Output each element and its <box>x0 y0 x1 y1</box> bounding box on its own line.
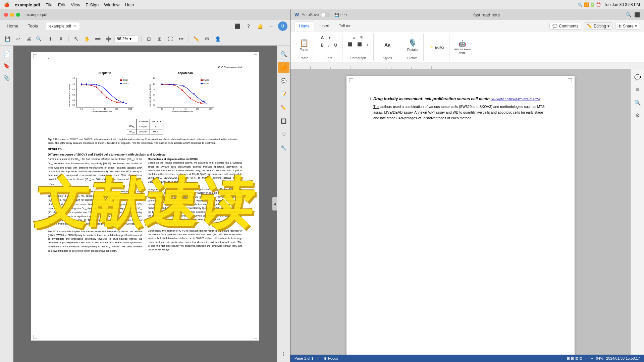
menu-file[interactable]: File <box>46 2 53 7</box>
pdf-scroll-area[interactable]: 2 E.V. Sazonova et al. Cisplatin Normali… <box>13 46 277 362</box>
organize-btn[interactable]: 🔲 <box>278 115 289 127</box>
menu-acrobat[interactable]: example.pdf <box>15 2 40 7</box>
highlight-tool-btn[interactable]: 🟠 <box>278 62 289 73</box>
bold-btn[interactable]: B <box>319 42 326 49</box>
maximize-button[interactable] <box>16 13 20 17</box>
select-tool-btn[interactable]: ↖ <box>71 34 81 44</box>
print-btn[interactable]: 🖨 <box>24 34 34 44</box>
dictate-btn[interactable]: 🎙️ Dictate <box>405 36 421 54</box>
tab-home[interactable]: Home <box>294 21 314 31</box>
paste-btn[interactable]: 📋 Paste <box>296 36 312 54</box>
focus-btn[interactable]: ⊕ Focus <box>322 356 339 361</box>
tab-tell-me[interactable]: Tell me <box>335 21 356 31</box>
word-sidebar-right: 💬 ≡ 🔍 ⚙ <box>631 69 644 355</box>
acrobat-toolbar-btn-apps[interactable]: ⋯ <box>267 21 276 31</box>
share-btn[interactable]: 👤 <box>213 34 222 44</box>
search-icon[interactable]: 🔍 <box>278 48 289 60</box>
collapse-btn[interactable]: ◀ <box>272 197 277 210</box>
fullscreen-btn[interactable]: ⛶ <box>166 34 175 44</box>
thumbnail-btn[interactable]: ⊞ <box>155 34 164 44</box>
svg-point-26 <box>106 90 107 91</box>
bullets-btn[interactable]: ≡ <box>351 34 357 41</box>
word-sidebar-search-icon[interactable]: 🔍 <box>632 97 643 108</box>
zoom-dropdown-icon[interactable]: ▾ <box>129 37 131 41</box>
zoom-in-icon[interactable]: + <box>591 356 593 360</box>
annotation-btn[interactable]: ✏️ <box>192 34 201 44</box>
fit-page-btn[interactable]: ⊡ <box>144 34 154 44</box>
sidebar-bookmark-icon[interactable]: 🔖 <box>1 60 12 71</box>
shield-icon[interactable]: 🛡 <box>278 129 289 140</box>
paste-group-btns: 📋 Paste <box>296 34 312 56</box>
close-button[interactable] <box>4 13 8 17</box>
view-icons: ⊞ ⊟ ⊠ ⊡ <box>567 356 582 361</box>
line-spacing-btn[interactable]: ↕ <box>365 41 371 48</box>
statusbar-left: Page 1 of 1 | ⊕ Focus <box>294 356 339 361</box>
word-doc-area[interactable]: Drug toxicity assessment: cell prolifera… <box>290 69 631 355</box>
prev-page-btn[interactable]: ⬆ <box>46 34 55 44</box>
comments-btn[interactable]: 💬 Comments <box>549 23 581 29</box>
tab-insert[interactable]: Insert <box>315 21 333 31</box>
user-avatar[interactable]: U <box>278 21 287 31</box>
word-page: Drug toxicity assessment: cell prolifera… <box>346 76 575 355</box>
table-cell-ic50-skov3: 7... <box>150 124 163 129</box>
tab-home[interactable]: Home <box>3 22 22 30</box>
tools-btn[interactable]: 🔧 <box>278 142 289 154</box>
align-left-btn[interactable]: ⬛ <box>346 41 355 48</box>
autosave-toggle[interactable] <box>321 12 330 17</box>
svg-text:SKOV3: SKOV3 <box>123 82 128 84</box>
font-name-btn[interactable]: A <box>319 34 326 41</box>
mail-btn[interactable]: ✉ <box>202 34 212 44</box>
gpt-btn[interactable]: 🤖 GPT for Excel Word <box>453 39 472 56</box>
tab-tools[interactable]: Tools <box>24 22 42 30</box>
hand-tool-btn[interactable]: ✋ <box>82 34 92 44</box>
apple-logo-icon[interactable]: 🍎 <box>4 2 9 7</box>
comment-btn[interactable]: 💬 <box>278 75 289 86</box>
editing-btn[interactable]: ✏️ Editing ▾ <box>584 22 612 29</box>
svg-text:1.2: 1.2 <box>72 77 75 79</box>
word-sidebar-comments-icon[interactable]: 💬 <box>632 72 643 82</box>
autosave-control[interactable]: AutoSave <box>302 12 330 17</box>
zoom-out-btn2[interactable]: ➖ <box>93 34 102 44</box>
menu-view[interactable]: View <box>71 2 80 7</box>
word-minimize-icon[interactable]: ⬛ <box>634 12 640 17</box>
fill-sign-btn[interactable]: ✏️ <box>278 102 289 113</box>
menu-edit[interactable]: Edit <box>58 2 65 7</box>
align-center-btn[interactable]: ⬛ <box>355 41 364 48</box>
sidebar-pages-icon[interactable]: 📄 <box>1 48 12 59</box>
svg-text:SW620: SW620 <box>123 79 128 81</box>
zoom-control[interactable]: 86.2% ▾ <box>114 36 139 42</box>
sidebar-annotation-icon[interactable]: 📎 <box>1 72 12 83</box>
expand-panel-icon[interactable]: ⟩ <box>278 348 289 359</box>
menu-esign[interactable]: E-Sign <box>86 2 99 7</box>
undo-btn[interactable]: ↩ <box>13 34 23 44</box>
acrobat-window: example.pdf Home Tools example.pdf ✕ ⬛ ?… <box>0 9 290 362</box>
acrobat-file-title: example.pdf <box>25 12 47 17</box>
acrobat-toolbar-btn-help[interactable]: ? <box>244 21 253 31</box>
menu-help[interactable]: Help <box>125 2 134 7</box>
styles-btn[interactable]: Aa <box>379 36 395 54</box>
zoom-out-btn[interactable]: 🔍- <box>35 34 44 44</box>
next-page-btn[interactable]: ⬇ <box>56 34 66 44</box>
share-btn[interactable]: ⬆ Share ▾ <box>615 23 640 29</box>
editor-btn[interactable]: ✨ Editor <box>427 44 447 50</box>
doc-item-doi[interactable]: doi.org/10.1038/s41420-022-01207-z <box>491 98 540 101</box>
word-sidebar-settings-icon[interactable]: ⚙ <box>632 110 643 121</box>
italic-btn[interactable]: I <box>326 42 331 49</box>
acrobat-toolbar-btn-bell[interactable]: 🔔 <box>255 21 265 31</box>
numbering-btn[interactable]: ① <box>358 34 365 41</box>
zoom-in-btn[interactable]: ➕ <box>104 34 113 44</box>
underline-btn[interactable]: U <box>332 42 339 49</box>
acrobat-toolbar-btn-export[interactable]: ⬛ <box>232 21 242 31</box>
minimize-button[interactable] <box>10 13 14 17</box>
word-search-icon[interactable]: 🔍 <box>626 12 632 17</box>
save-btn[interactable]: 💾 <box>3 34 12 44</box>
cisplatin-chart: Cisplatin Normalized optical density 1.2 <box>68 71 142 115</box>
word-sidebar-nav-icon[interactable]: ≡ <box>632 84 643 95</box>
menu-window[interactable]: Window <box>104 2 119 7</box>
more-tools-btn[interactable]: ••• <box>176 34 186 44</box>
annotate-btn[interactable]: 📝 <box>278 88 289 100</box>
close-doc-tab-icon[interactable]: ✕ <box>73 24 76 28</box>
doc-tab[interactable]: example.pdf ✕ <box>46 22 79 30</box>
svg-text:1.0: 1.0 <box>72 83 75 85</box>
font-size-btn[interactable]: ▾ <box>327 34 332 41</box>
